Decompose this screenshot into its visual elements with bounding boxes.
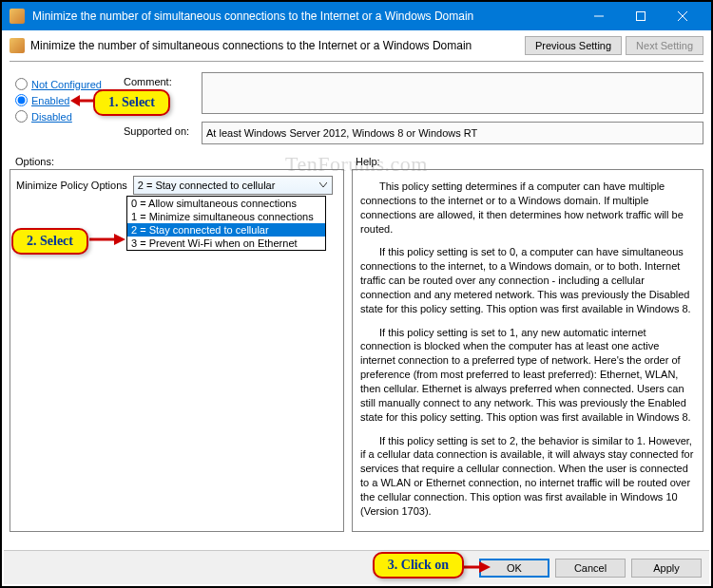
dropdown-item-0[interactable]: 0 = Allow simultaneous connections	[127, 197, 325, 210]
help-label: Help:	[344, 156, 703, 167]
enabled-label[interactable]: Enabled	[31, 95, 69, 106]
not-configured-label[interactable]: Not Configured	[31, 79, 102, 90]
help-paragraph: If this policy setting is set to 0, a co…	[360, 245, 695, 315]
app-icon	[10, 9, 25, 24]
cancel-button[interactable]: Cancel	[555, 559, 626, 578]
apply-button[interactable]: Apply	[631, 559, 702, 578]
enabled-radio[interactable]	[15, 94, 28, 106]
policy-title: Minimize the number of simultaneous conn…	[30, 39, 521, 52]
annotation-2: 2. Select	[11, 228, 88, 255]
dropdown-item-1[interactable]: 1 = Minimize simultaneous connections	[127, 210, 325, 223]
fields-col: Comment: Supported on: At least Windows …	[124, 68, 703, 146]
comment-input[interactable]	[202, 72, 703, 114]
previous-setting-button[interactable]: Previous Setting	[525, 36, 622, 55]
maximize-button[interactable]	[620, 2, 662, 30]
select-current-value: 2 = Stay connected to cellular	[138, 180, 276, 191]
annotation-1: 1. Select	[93, 89, 170, 116]
minimize-policy-label: Minimize Policy Options	[16, 180, 127, 191]
policy-header: Minimize the number of simultaneous conn…	[10, 36, 703, 55]
dialog-button-bar: OK Cancel Apply	[4, 550, 709, 584]
not-configured-radio[interactable]	[15, 78, 28, 90]
annotation-3: 3. Click on	[373, 552, 464, 579]
panels-row: Minimize Policy Options 2 = Stay connect…	[10, 169, 703, 532]
svg-marker-9	[479, 561, 491, 573]
window-title: Minimize the number of simultaneous conn…	[32, 9, 578, 23]
section-labels: Options: Help:	[10, 156, 703, 167]
help-paragraph: This policy setting determines if a comp…	[360, 180, 695, 236]
help-paragraph: If this policy setting is set to 1, any …	[360, 326, 695, 425]
minimize-button[interactable]	[578, 2, 620, 30]
svg-marker-5	[70, 95, 80, 106]
help-panel: This policy setting determines if a comp…	[352, 169, 703, 532]
svg-marker-7	[114, 234, 125, 245]
supported-on-label: Supported on:	[124, 122, 198, 146]
dropdown-item-3[interactable]: 3 = Prevent Wi-Fi when on Ethernet	[127, 237, 325, 250]
minimize-policy-dropdown[interactable]: 0 = Allow simultaneous connections 1 = M…	[126, 196, 326, 251]
close-button[interactable]	[662, 2, 703, 30]
options-panel: Minimize Policy Options 2 = Stay connect…	[10, 169, 344, 532]
policy-icon	[10, 38, 25, 53]
disabled-radio[interactable]	[15, 110, 28, 123]
options-label: Options:	[10, 156, 344, 167]
svg-rect-1	[637, 12, 646, 21]
next-setting-button: Next Setting	[626, 36, 703, 55]
window-titlebar: Minimize the number of simultaneous conn…	[2, 2, 711, 30]
supported-on-value: At least Windows Server 2012, Windows 8 …	[202, 122, 703, 144]
minimize-policy-row: Minimize Policy Options 2 = Stay connect…	[16, 176, 337, 195]
minimize-policy-select[interactable]: 2 = Stay connected to cellular	[133, 176, 333, 195]
chevron-down-icon	[317, 179, 330, 192]
window-controls	[578, 2, 703, 30]
dropdown-item-2[interactable]: 2 = Stay connected to cellular	[127, 223, 325, 237]
divider	[10, 62, 703, 63]
disabled-label[interactable]: Disabled	[31, 111, 72, 123]
annotation-arrow-icon	[87, 232, 125, 247]
help-paragraph: If this policy setting is set to 3, the …	[360, 528, 695, 532]
help-paragraph: If this policy setting is set to 2, the …	[360, 434, 695, 519]
